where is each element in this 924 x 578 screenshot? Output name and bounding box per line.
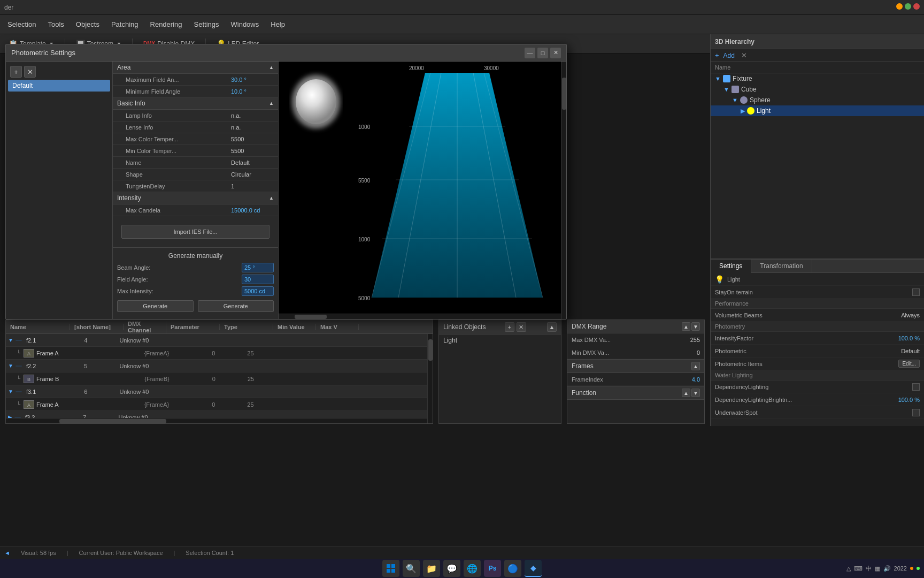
group-row-f3-1[interactable]: ▼ f3.1 6 Unknow #0: [6, 385, 433, 398]
taskbar: 🔍 📁 💬 🌐 Ps 🔵 ◆ △ ⌨ 中 ▦ 🔊 2022: [0, 559, 924, 578]
frame-b-thumb: B: [24, 375, 34, 383]
menu-selection[interactable]: Selection: [2, 18, 41, 31]
sub-row-frame-a-2[interactable]: └ A Frame A {FrameA} 0 25: [6, 398, 433, 411]
min-field-angle-row: Minimum Field Angle 10.0 °: [113, 86, 278, 97]
table-vscrollbar[interactable]: [427, 334, 433, 423]
tab-transformation[interactable]: Transformation: [751, 260, 812, 272]
preview-hscroll-thumb[interactable]: [295, 315, 327, 319]
underwater-spot-checkbox[interactable]: [912, 409, 920, 416]
sub-row-frame-b[interactable]: └ B Frame B {FrameB} 0 25: [6, 372, 433, 385]
group-param-f2-2: Unknow #0: [119, 363, 149, 369]
function-collapse-btn[interactable]: ▲: [682, 389, 690, 397]
field-angle-value[interactable]: 30: [242, 275, 274, 284]
sidebar-default-item[interactable]: Default: [8, 80, 110, 92]
frame-a-2-name: Frame A: [36, 401, 59, 408]
function-expand-btn[interactable]: ▼: [691, 389, 700, 397]
th-type: Type: [220, 324, 273, 330]
menu-objects[interactable]: Objects: [71, 18, 105, 31]
windows-start-btn[interactable]: [382, 560, 399, 577]
tree-sphere[interactable]: ▼ Sphere: [711, 95, 924, 105]
add-photometric-btn[interactable]: +: [10, 66, 22, 78]
sphere-label: Sphere: [750, 96, 771, 104]
frames-collapse-btn[interactable]: ▲: [691, 362, 700, 370]
svg-text:20000: 20000: [409, 65, 424, 71]
generate-btn-1[interactable]: Generate: [117, 300, 194, 312]
app-btn-1[interactable]: 🔵: [504, 560, 521, 577]
maximize-btn[interactable]: [905, 3, 911, 10]
chat-btn[interactable]: 💬: [443, 560, 460, 577]
dialog-minimize-btn[interactable]: —: [525, 48, 535, 58]
browser-btn[interactable]: 🌐: [464, 560, 481, 577]
tree-light[interactable]: ▶ Light: [711, 105, 924, 116]
svg-text:5000: 5000: [358, 295, 371, 301]
network-icon[interactable]: ▦: [875, 565, 880, 572]
cube-expand-icon: ▼: [723, 86, 729, 93]
menu-tools[interactable]: Tools: [42, 18, 69, 31]
ime-icon[interactable]: 中: [866, 565, 872, 573]
tree-cube[interactable]: ▼ Cube: [711, 84, 924, 95]
taskbar-arrow-up-icon[interactable]: △: [846, 565, 851, 572]
tree-fixture[interactable]: ▼ Fixture: [711, 73, 924, 84]
photoshop-icon: Ps: [489, 565, 497, 572]
intensity-section-header[interactable]: Intensity ▲: [113, 192, 278, 204]
keyboard-icon[interactable]: ⌨: [854, 565, 863, 572]
max-intensity-value[interactable]: 5000 cd: [242, 286, 274, 296]
generate-btn-2[interactable]: Generate: [198, 300, 274, 312]
app-active-btn[interactable]: ◆: [525, 560, 542, 577]
preview-scroll-thumb[interactable]: [562, 78, 566, 110]
dmx-range-collapse-btn[interactable]: ▲: [682, 322, 690, 331]
minimize-btn[interactable]: [896, 3, 903, 10]
search-taskbar-btn[interactable]: 🔍: [403, 560, 420, 577]
beam-angle-value[interactable]: 25 °: [242, 263, 274, 272]
group-row-f2-1[interactable]: ▼ f2.1 4 Unknow #0: [6, 334, 433, 347]
linked-item-light[interactable]: Light: [439, 334, 561, 346]
basic-info-section-header[interactable]: Basic Info ▲: [113, 97, 278, 110]
table-vscroll-thumb[interactable]: [428, 339, 433, 361]
file-explorer-btn[interactable]: 📁: [423, 560, 440, 577]
menu-patching[interactable]: Patching: [106, 18, 144, 31]
linked-collapse-btn[interactable]: ▲: [547, 322, 557, 332]
th-parameter: Parameter: [166, 324, 220, 330]
table-hscroll-thumb[interactable]: [59, 419, 166, 423]
hierarchy-add-icon[interactable]: +: [715, 51, 719, 59]
import-ies-btn[interactable]: Import IES File...: [121, 225, 270, 239]
frames-header[interactable]: Frames ▲: [567, 360, 704, 373]
preview-hscrollbar[interactable]: [279, 314, 561, 319]
tab-settings[interactable]: Settings: [711, 260, 751, 273]
table-hscrollbar[interactable]: [6, 418, 427, 423]
menu-help[interactable]: Help: [265, 18, 290, 31]
function-controls: ▲ ▼: [682, 389, 700, 397]
linked-add-btn[interactable]: +: [505, 322, 514, 332]
field-angle-row: Field Angle: 30: [117, 275, 274, 284]
dmx-range-expand-btn[interactable]: ▼: [691, 322, 700, 331]
generate-title: Generate manually: [117, 252, 274, 260]
hierarchy-remove-icon[interactable]: ✕: [741, 51, 747, 59]
dmx-range-header[interactable]: DMX Range ▲ ▼: [567, 320, 704, 333]
menu-windows[interactable]: Windows: [226, 18, 265, 31]
stay-on-terrain-checkbox[interactable]: [912, 288, 920, 296]
preview-scrollbar[interactable]: [561, 62, 566, 319]
frame-b-icon: └: [17, 376, 20, 382]
menu-rendering[interactable]: Rendering: [145, 18, 188, 31]
close-btn-title[interactable]: [913, 3, 920, 10]
import-section: Import IES File...: [113, 216, 278, 247]
hierarchy-add-label[interactable]: Add: [723, 52, 735, 59]
dialog-close-btn[interactable]: ✕: [550, 48, 561, 58]
photometric-edit-btn[interactable]: Edit...: [898, 360, 920, 368]
group-row-f2-2[interactable]: ▼ f2.2 5 Unknow #0: [6, 360, 433, 372]
file-explorer-icon: 📁: [426, 564, 437, 574]
sub-row-frame-a-1[interactable]: └ A Frame A {FrameA} 0 25: [6, 347, 433, 360]
water-lighting-section-header: Water Lighting: [711, 370, 924, 381]
dialog-restore-btn[interactable]: □: [537, 48, 548, 58]
linked-remove-btn[interactable]: ✕: [517, 322, 526, 332]
photoshop-btn[interactable]: Ps: [484, 560, 501, 577]
function-header[interactable]: Function ▲ ▼: [567, 386, 704, 400]
area-section-header[interactable]: Area ▲: [113, 62, 278, 74]
frame-a-2-icon: └: [17, 401, 20, 407]
remove-photometric-btn[interactable]: ✕: [24, 66, 36, 78]
dependency-lighting-checkbox[interactable]: [912, 383, 920, 391]
chat-icon: 💬: [446, 564, 457, 574]
menu-settings[interactable]: Settings: [189, 18, 225, 31]
volume-icon[interactable]: 🔊: [883, 565, 891, 572]
group-label-f2-1: f2.1: [26, 337, 36, 344]
